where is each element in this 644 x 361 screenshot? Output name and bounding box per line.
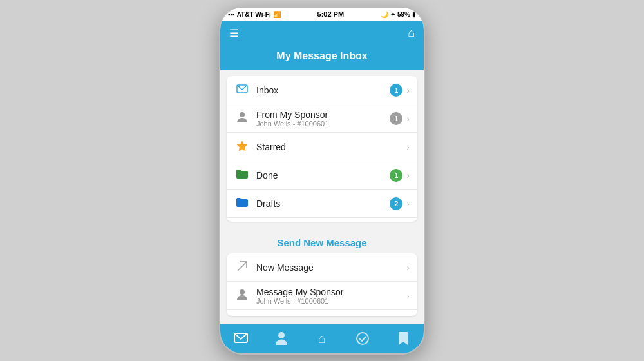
drafts-text: Drafts [256, 199, 390, 209]
battery-label: 59% [397, 11, 410, 18]
from-sponsor-sublabel: John Wells - #1000601 [256, 120, 390, 128]
phone-frame: ▪▪▪ AT&T Wi-Fi 📶 5:02 PM 🌙 ✦ 59% ▮ ☰ ⌂ M… [219, 6, 425, 355]
new-message-label: New Message [256, 262, 406, 273]
tab-bookmark[interactable] [390, 329, 416, 348]
new-message-icon [234, 260, 250, 275]
inbox-label: Inbox [256, 85, 390, 95]
new-message-chevron: › [406, 262, 410, 273]
starred-label: Starred [256, 142, 406, 152]
drafts-item[interactable]: Drafts 2 › [227, 190, 417, 218]
send-section-title: Send New Message [220, 229, 424, 253]
done-badge: 1 [390, 169, 402, 182]
main-content: Inbox 1 › From My Sponsor John Wells - #… [220, 70, 424, 324]
svg-line-11 [238, 262, 247, 271]
hamburger-icon[interactable]: ☰ [229, 27, 238, 39]
tab-messages[interactable] [228, 329, 254, 348]
time-label: 5:02 PM [317, 10, 345, 18]
home-nav-icon[interactable]: ⌂ [408, 26, 415, 40]
message-sponsor-label: Message My Sponsor [256, 287, 406, 297]
nav-bar: ☰ ⌂ [220, 21, 424, 45]
tab-bar: ⌂ [220, 324, 424, 353]
message-sponsor-text: Message My Sponsor John Wells - #1000601 [256, 287, 406, 305]
svg-point-17 [278, 332, 285, 338]
starred-chevron: › [406, 142, 410, 152]
signal-icon: ▪▪▪ [228, 11, 235, 18]
battery-icon: ▮ [412, 11, 416, 18]
drafts-chevron: › [406, 199, 410, 209]
drafts-label: Drafts [256, 199, 390, 209]
tab-contacts[interactable] [269, 329, 294, 348]
from-sponsor-item[interactable]: From My Sponsor John Wells - #1000601 1 … [227, 104, 417, 133]
svg-marker-2 [237, 141, 248, 151]
status-left: ▪▪▪ AT&T Wi-Fi 📶 [228, 11, 281, 18]
done-text: Done [256, 170, 390, 180]
done-chevron: › [406, 170, 410, 180]
carrier-label: AT&T Wi-Fi [237, 11, 271, 18]
tab-home[interactable]: ⌂ [309, 329, 335, 348]
message-sponsor-icon [234, 289, 250, 303]
status-right: 🌙 ✦ 59% ▮ [381, 11, 416, 18]
done-label: Done [256, 170, 390, 180]
svg-point-12 [240, 289, 245, 295]
message-sponsor-chevron: › [406, 291, 410, 301]
status-bar: ▪▪▪ AT&T Wi-Fi 📶 5:02 PM 🌙 ✦ 59% ▮ [220, 8, 424, 21]
from-sponsor-badge: 1 [390, 112, 402, 125]
star-icon [234, 140, 250, 154]
inbox-item[interactable]: Inbox 1 › [227, 76, 417, 104]
new-message-item[interactable]: New Message › [227, 253, 417, 282]
envelope-icon [234, 84, 250, 96]
send-section-card: New Message › Message My Sponsor John We… [227, 253, 417, 316]
from-sponsor-text: From My Sponsor John Wells - #1000601 [256, 110, 390, 128]
inbox-chevron: › [406, 85, 410, 95]
sent-item[interactable]: Sent › [227, 218, 417, 222]
wifi-icon: 📶 [273, 11, 281, 18]
bluetooth-icon: ✦ [390, 11, 395, 18]
title-bar: My Message Inbox [220, 45, 424, 70]
moon-icon: 🌙 [381, 11, 388, 18]
message-sponsor-item[interactable]: Message My Sponsor John Wells - #1000601… [227, 282, 417, 310]
from-sponsor-chevron: › [406, 113, 410, 124]
send-section-title-area: Send New Message [220, 229, 424, 253]
svg-point-1 [240, 112, 245, 117]
done-item[interactable]: Done 1 › [227, 161, 417, 190]
inbox-badge: 1 [390, 84, 402, 97]
new-message-text: New Message [256, 262, 406, 273]
inbox-text: Inbox [256, 85, 390, 95]
starred-item[interactable]: Starred › [227, 133, 417, 161]
from-sponsor-label: From My Sponsor [256, 110, 390, 120]
starred-text: Starred [256, 142, 406, 152]
svg-point-18 [357, 333, 368, 344]
message-frontline-item[interactable]: Message My Entire Frontline › [227, 310, 417, 316]
folder-green-icon [234, 169, 250, 182]
inbox-section-card: Inbox 1 › From My Sponsor John Wells - #… [227, 76, 417, 222]
page-title: My Message Inbox [276, 50, 367, 61]
tab-check[interactable] [350, 329, 375, 348]
message-sponsor-sublabel: John Wells - #1000601 [256, 297, 406, 305]
person-icon [234, 112, 250, 126]
folder-blue-icon [234, 197, 250, 210]
drafts-badge: 2 [390, 197, 402, 210]
